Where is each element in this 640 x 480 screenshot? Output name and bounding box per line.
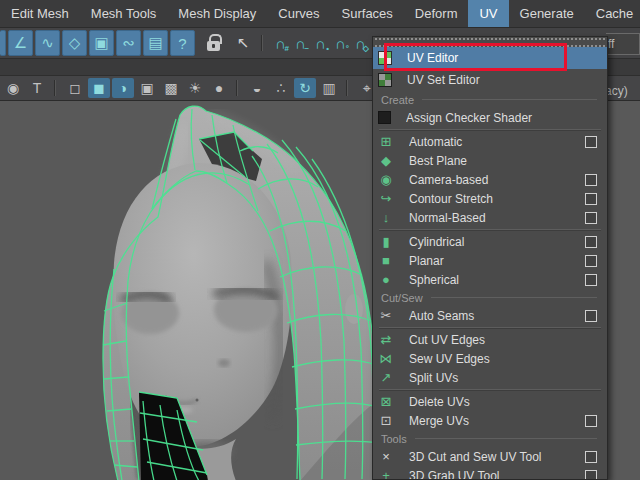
menu-item-delete-uvs[interactable]: ⊠Delete UVs	[373, 392, 607, 411]
menu-item-label: Auto Seams	[409, 309, 585, 323]
menu-item-spherical[interactable]: ●Spherical	[373, 270, 607, 289]
option-box[interactable]	[585, 470, 597, 480]
menu-item-split-uvs[interactable]: ↗Split UVs	[373, 368, 607, 387]
option-box[interactable]	[585, 274, 597, 286]
menu-section-line	[422, 99, 597, 100]
camera-icon[interactable]: ◉	[2, 78, 24, 98]
menu-item-camera-based[interactable]: ◉Camera-based	[373, 170, 607, 189]
lock-selection-icon[interactable]	[201, 30, 225, 56]
menu-item-sew-uv-edges[interactable]: ⋈Sew UV Edges	[373, 349, 607, 368]
snap-sub-glyph: ◇	[363, 44, 369, 53]
menu-item-contour-stretch[interactable]: ↪Contour Stretch	[373, 189, 607, 208]
menu-item-merge-uvs[interactable]: ⊡Merge UVs	[373, 411, 607, 430]
menubar-item-mesh-tools[interactable]: Mesh Tools	[80, 0, 168, 27]
option-box[interactable]	[585, 136, 597, 148]
menu-item-auto-seams[interactable]: ✂Auto Seams	[373, 306, 607, 325]
depth-peeling-icon[interactable]: ▥	[318, 78, 340, 98]
ep-curve-tool-icon[interactable]: ∿	[35, 30, 60, 56]
delete-uvs-icon: ⊠	[378, 394, 394, 410]
menu-item-label: Assign Checker Shader	[406, 111, 597, 125]
menu-item-label: 3D Grab UV Tool	[409, 469, 585, 480]
textured-icon[interactable]: ◑	[112, 78, 134, 98]
material-override-icon[interactable]: ▩	[160, 78, 182, 98]
snap-to-grids-icon[interactable]: ∩#	[272, 30, 289, 56]
menu-item-uv-set-editor[interactable]: UV Set Editor	[373, 69, 607, 91]
menu-section-label: Create	[381, 94, 414, 106]
maya-window: Edit MeshMesh ToolsMesh DisplayCurvesSur…	[0, 0, 640, 480]
menu-item-3d-cut-and-sew-uv-tool[interactable]: ×3D Cut and Sew UV Tool	[373, 447, 607, 466]
menu-item-best-plane[interactable]: ◆Best Plane	[373, 151, 607, 170]
automatic-mapping-icon: ⊞	[378, 134, 394, 150]
snap-sub-glyph: •	[326, 44, 329, 53]
snap-to-view-planes-icon[interactable]: ∩◇	[352, 30, 369, 56]
sequencer-icon[interactable]: ▤	[143, 30, 168, 56]
cylindrical-mapping-icon: ▮	[378, 234, 394, 250]
menu-item-label: 3D Cut and Sew UV Tool	[409, 450, 585, 464]
shelf-tile-partial-icon[interactable]	[0, 30, 6, 56]
menu-divider-line	[379, 389, 601, 390]
smooth-shade-icon[interactable]: ◼	[88, 78, 110, 98]
menu-section-line	[415, 438, 597, 439]
menu-item-uv-editor[interactable]: UV Editor	[373, 47, 607, 69]
menubar-item-surfaces[interactable]: Surfaces	[331, 0, 404, 27]
renderer-label-fragment: acy)	[605, 84, 628, 98]
menubar-item-deform[interactable]: Deform	[404, 0, 469, 27]
panel-toolbar-divider	[236, 80, 238, 96]
wireframe-on-shaded-icon[interactable]: ▣	[136, 78, 158, 98]
split-uvs-icon: ↗	[378, 370, 394, 386]
wireframe-icon[interactable]: ◻	[64, 78, 86, 98]
menu-item-label: Split UVs	[409, 371, 597, 385]
menu-item-label: Automatic	[409, 135, 585, 149]
menu-item-planar[interactable]: ■Planar	[373, 251, 607, 270]
option-box[interactable]	[585, 193, 597, 205]
menubar-item-curves[interactable]: Curves	[267, 0, 330, 27]
mouth-corner-right	[196, 399, 199, 402]
lighting-icon[interactable]: ☀	[184, 78, 206, 98]
chain-links-icon[interactable]: ∾	[116, 30, 141, 56]
option-box[interactable]	[585, 451, 597, 463]
menu-item-label: Contour Stretch	[409, 192, 585, 206]
ambient-occlusion-icon[interactable]: ◒	[246, 78, 268, 98]
menu-item-normal-based[interactable]: ↓Normal-Based	[373, 208, 607, 227]
shadows-icon[interactable]: ●	[208, 78, 230, 98]
menu-item-label: Best Plane	[409, 154, 597, 168]
menu-section-label: Tools	[381, 433, 407, 445]
menubar-item-uv[interactable]: UV	[468, 0, 508, 27]
three-point-arc-icon[interactable]: ∠	[8, 30, 33, 56]
ear	[345, 294, 363, 324]
menubar-item-edit-mesh[interactable]: Edit Mesh	[0, 0, 80, 27]
option-box[interactable]	[585, 236, 597, 248]
option-box[interactable]	[585, 212, 597, 224]
menubar-item-mesh-display[interactable]: Mesh Display	[167, 0, 267, 27]
option-box[interactable]	[585, 255, 597, 267]
curve-editing-icon[interactable]: ◇	[62, 30, 87, 56]
menu-item-assign-checker-shader[interactable]: Assign Checker Shader	[373, 108, 607, 127]
menu-item-3d-grab-uv-tool[interactable]: +3D Grab UV Tool	[373, 466, 607, 480]
select-cursor-icon[interactable]: ↖	[231, 30, 255, 56]
multisample-aa-icon[interactable]: ↻	[294, 78, 316, 98]
menu-section-create: Create	[373, 91, 607, 108]
main-menubar: Edit MeshMesh ToolsMesh DisplayCurvesSur…	[0, 0, 640, 28]
snap-to-projected-center-icon[interactable]: ∩°	[332, 30, 349, 56]
menu-tearoff-handle[interactable]	[375, 38, 605, 47]
lattice-deform-icon[interactable]: ▣	[89, 30, 114, 56]
text-hud-icon[interactable]: T	[26, 78, 48, 98]
option-box[interactable]	[585, 174, 597, 186]
menu-item-cut-uv-edges[interactable]: ⇄Cut UV Edges	[373, 330, 607, 349]
help-icon[interactable]: ?	[170, 30, 195, 56]
option-box[interactable]	[585, 415, 597, 427]
symmetry-dropdown-fragment[interactable]: ff	[606, 33, 640, 55]
snap-sub-glyph: #	[285, 44, 289, 53]
motion-blur-icon[interactable]: ∴	[270, 78, 292, 98]
menubar-item-generate[interactable]: Generate	[509, 0, 585, 27]
menu-item-label: Normal-Based	[409, 211, 585, 225]
snap-sub-glyph: °	[346, 44, 349, 53]
menu-item-automatic[interactable]: ⊞Automatic	[373, 132, 607, 151]
sew-uv-edges-icon: ⋈	[378, 351, 394, 367]
menu-item-cylindrical[interactable]: ▮Cylindrical	[373, 232, 607, 251]
option-box[interactable]	[585, 310, 597, 322]
snap-to-curves-icon[interactable]: ∩~	[292, 30, 309, 56]
snap-to-points-icon[interactable]: ∩•	[312, 30, 329, 56]
menu-divider-line	[379, 327, 601, 328]
menubar-item-cache[interactable]: Cache	[585, 0, 640, 27]
